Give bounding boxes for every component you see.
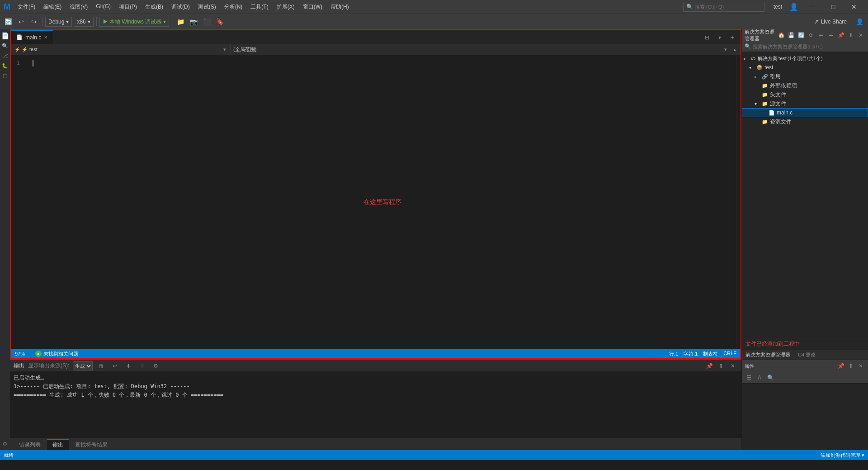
- undo-button[interactable]: ↩: [16, 16, 27, 27]
- menu-git[interactable]: Git(G): [92, 2, 114, 12]
- menu-window[interactable]: 窗口(W): [299, 2, 326, 12]
- sidebar-settings-icon[interactable]: ⚙: [0, 439, 9, 448]
- panel-home-button[interactable]: 🏠: [777, 31, 786, 40]
- expand-icon-2: ▾: [749, 65, 755, 70]
- panel-refresh-button[interactable]: 🔄: [797, 31, 806, 40]
- minimize-button[interactable]: ─: [802, 0, 823, 14]
- window-controls: ─ □ ✕: [802, 0, 864, 14]
- menu-view[interactable]: 视图(V): [66, 2, 91, 12]
- output-close-button[interactable]: ✕: [728, 361, 738, 371]
- output-pin-button[interactable]: 📌: [704, 361, 714, 371]
- output-float-button[interactable]: ⬆: [716, 361, 726, 371]
- tab-overflow-button[interactable]: ▾: [713, 31, 726, 44]
- file-scope-dropdown[interactable]: ⚡ ⚡ test ▾: [11, 44, 230, 55]
- tree-refs[interactable]: ▸ 🔗 引用: [742, 72, 868, 81]
- sidebar-ext-icon[interactable]: ⬚: [0, 71, 9, 80]
- tree-resources[interactable]: 📁 资源文件: [742, 117, 868, 126]
- panel-sync-button[interactable]: ⟳: [807, 31, 816, 40]
- props-pin-button[interactable]: 📌: [836, 361, 845, 370]
- bookmark-button[interactable]: 🔖: [214, 16, 226, 27]
- solution-search-input[interactable]: [753, 44, 865, 49]
- tree-external[interactable]: 📁 外部依赖项: [742, 81, 868, 90]
- output-filter-button[interactable]: ≡: [137, 361, 147, 371]
- menu-file[interactable]: 文件(F): [14, 2, 39, 12]
- live-share-button[interactable]: ↗ Live Share: [810, 17, 850, 26]
- prop-category-button[interactable]: ☰: [744, 373, 754, 383]
- menu-tools[interactable]: 工具(T): [247, 2, 272, 12]
- maximize-button[interactable]: □: [823, 0, 844, 14]
- tree-headers[interactable]: 📁 头文件: [742, 90, 868, 99]
- menu-project[interactable]: 项目(P): [115, 2, 141, 12]
- panel-close-button[interactable]: ✕: [856, 31, 865, 40]
- close-button[interactable]: ✕: [844, 0, 864, 14]
- toolbar-sep-3: [172, 17, 172, 26]
- scope-dropdown[interactable]: (全局范围) ▾: [230, 44, 730, 55]
- prop-alpha-button[interactable]: A: [755, 373, 764, 383]
- tab-plus-button[interactable]: +: [726, 31, 739, 44]
- editor-scrollbar-v[interactable]: [736, 56, 741, 349]
- platform-dropdown[interactable]: x86 ▾: [74, 17, 93, 27]
- tab-output[interactable]: 输出: [47, 439, 69, 450]
- sidebar-explorer-icon[interactable]: 📄: [0, 31, 9, 40]
- tree-solution[interactable]: ▸ 🗂 解决方案'test'(1个项目/共1个): [742, 54, 868, 63]
- tab-main-c[interactable]: 📄 main.c ✕: [11, 30, 53, 44]
- new-project-button[interactable]: 🔄: [3, 16, 14, 27]
- status-add-vcs[interactable]: 添加到源代码管理 ▾: [821, 452, 864, 459]
- open-folder-button[interactable]: 📁: [175, 16, 186, 27]
- tab-close-button[interactable]: ✕: [44, 35, 47, 40]
- breakpoint-button[interactable]: ⬛: [201, 16, 212, 27]
- live-share-icon: ↗: [814, 18, 819, 25]
- vs-status-bar: 就绪 添加到源代码管理 ▾: [0, 450, 868, 460]
- footer-tab-git[interactable]: Git 更改: [794, 350, 819, 360]
- app-icon: M: [4, 2, 10, 12]
- menu-analyze[interactable]: 分析(N): [221, 2, 246, 12]
- panel-nav2-button[interactable]: ➡: [826, 31, 835, 40]
- footer-tab-solution[interactable]: 解决方案资源管理器: [742, 350, 794, 360]
- menu-edit[interactable]: 编辑(E): [40, 2, 65, 12]
- code-content[interactable]: 在这里写程序: [29, 56, 736, 349]
- menu-ext[interactable]: 扩展(X): [273, 2, 298, 12]
- props-close-button[interactable]: ✕: [856, 361, 865, 370]
- screenshot-button[interactable]: 📷: [188, 16, 199, 27]
- output-scrollbar[interactable]: [737, 372, 741, 437]
- menu-build[interactable]: 生成(B): [142, 2, 167, 12]
- tab-find-symbol[interactable]: 查找符号结果: [70, 439, 113, 450]
- config-dropdown[interactable]: Debug ▾: [45, 17, 72, 27]
- scroll-right-button[interactable]: ▸: [730, 44, 741, 56]
- tree-source[interactable]: ▾ 📁 源文件: [742, 99, 868, 108]
- tab-error-list[interactable]: 错误列表: [14, 439, 46, 450]
- panel-nav-button[interactable]: ⬅: [816, 31, 826, 40]
- cursor-line-status: 行:1: [669, 351, 678, 357]
- menu-help[interactable]: 帮助(H): [327, 2, 353, 12]
- sidebar-debug-icon[interactable]: 🐛: [0, 61, 9, 70]
- run-button[interactable]: ▶ 本地 Windows 调试器 ▾: [99, 17, 169, 27]
- props-float-button[interactable]: ⬆: [846, 361, 855, 370]
- output-panel: 输出 显示输出来源(S): 生成 🗑 ↩ ⬇ ≡ ⚙ 📌 ⬆ ✕: [10, 360, 741, 450]
- output-wrap-button[interactable]: ↩: [110, 361, 120, 371]
- output-source-select[interactable]: 生成: [73, 361, 93, 370]
- redo-button[interactable]: ↪: [28, 16, 39, 27]
- sidebar-search-icon[interactable]: 🔍: [0, 41, 9, 50]
- output-scroll-button[interactable]: ⬇: [123, 361, 133, 371]
- toolbar: 🔄 ↩ ↪ Debug ▾ x86 ▾ ▶ 本地 Windows 调试器 ▾ 📁…: [0, 14, 868, 29]
- menu-test[interactable]: 测试(S): [194, 2, 220, 12]
- code-editor[interactable]: 1 在这里写程序: [11, 56, 741, 349]
- panel-float-button[interactable]: ⬆: [846, 31, 855, 40]
- output-clear-button[interactable]: 🗑: [96, 361, 106, 371]
- user-icon[interactable]: 👤: [789, 3, 798, 11]
- title-search-input[interactable]: [695, 4, 754, 9]
- output-settings-button[interactable]: ⚙: [151, 361, 160, 371]
- toolbar-settings[interactable]: 👤: [854, 16, 865, 27]
- tab-split-button[interactable]: ⊟: [701, 31, 713, 44]
- resources-icon: 📁: [762, 119, 768, 125]
- output-line-3: ========== 生成: 成功 1 个，失败 0 个，最新 0 个，跳过 0…: [14, 391, 733, 399]
- tree-main-c[interactable]: 📄 main.c: [742, 108, 868, 117]
- sidebar-git-icon[interactable]: ⎇: [0, 51, 9, 60]
- panel-pin-button[interactable]: 📌: [836, 31, 845, 40]
- output-title: 输出: [14, 362, 24, 370]
- expand-icon: ▸: [744, 56, 749, 61]
- panel-save-button[interactable]: 💾: [787, 31, 796, 40]
- prop-filter-button[interactable]: 🔍: [765, 373, 775, 383]
- tree-project[interactable]: ▾ 📦 test: [742, 63, 868, 72]
- menu-debug[interactable]: 调试(D): [168, 2, 193, 12]
